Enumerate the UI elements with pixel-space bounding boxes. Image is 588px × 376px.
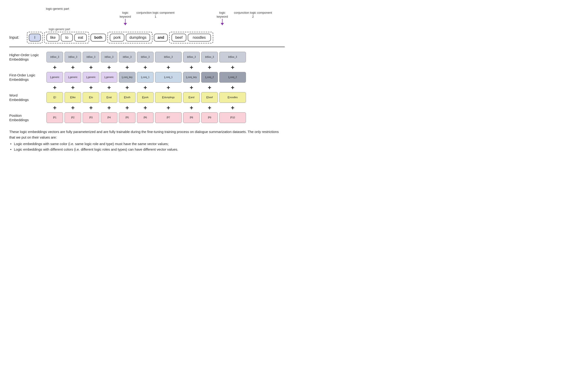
plus-6: + [137,64,154,71]
token-and: and [154,34,168,42]
token-beef: beef [171,34,186,42]
plus2-10: + [219,84,246,91]
logic-generic-bracket-label: logic-generic part [49,28,70,31]
foe-cell-2: Lgeneric [64,72,81,83]
token-pork: pork [110,34,124,42]
plus3-4: + [101,104,117,111]
plus3-9: + [201,104,218,111]
position-embed-label: PositionEmbeddings [9,113,46,122]
conj1-label: conjunction logic component1 [136,11,175,19]
token-to: to [61,34,73,42]
we-cell-10: Enoodles [219,92,246,103]
token-dumplings: dumplings [126,34,150,42]
plus2-9: + [201,84,218,91]
foe-cell-4: Lgeneric [101,72,117,83]
hoe-cell-9: HSoc_3 [201,52,218,63]
plus2-2: + [64,84,81,91]
hoe-cell-10: HSoc_3 [219,52,246,63]
pe-cell-10: P10 [219,112,246,123]
foe-cell-5: Lconj_key [119,72,136,83]
hoe-cell-6: HSoc_3 [137,52,154,63]
plus-3: + [83,64,99,71]
pe-cell-8: P8 [183,112,200,123]
plus-4: + [101,64,117,71]
higher-order-label: Higher-Order LogicEmbeddings [9,53,46,62]
pe-cell-7: P7 [155,112,182,123]
we-cell-6: Epork [137,92,154,103]
plus3-2: + [64,104,81,111]
plus3-8: + [183,104,200,111]
logic-generic-label: logic-generic part [46,7,69,11]
plus3-10: + [219,104,246,111]
we-cell-2: Elike [64,92,81,103]
foe-cell-6: Lconj_1 [137,72,154,83]
hoe-cell-5: HSoc_3 [119,52,136,63]
token-like: like [46,34,59,42]
we-cell-8: Eand [183,92,200,103]
plus-2: + [64,64,81,71]
bullet-1: Logic embeddings with same color (i.e. s… [9,141,283,147]
first-order-label: First-Order LogicEmbeddings [9,73,46,82]
plus2-1: + [46,84,63,91]
plus2-7: + [155,84,182,91]
token-eat: eat [74,34,87,42]
plus-1: + [46,64,63,71]
bullet-2: Logic embeddings with different colors (… [9,147,283,152]
logic-keyword-label-1: logickeyword [120,11,131,19]
description-paragraph: These logic embeddings vectors are fully… [9,129,283,140]
we-cell-7: Edumplings [155,92,182,103]
pe-cell-2: P2 [64,112,81,123]
hoe-cell-3: HSoc_3 [83,52,99,63]
input-label: Input: [9,35,26,40]
pe-cell-1: P1 [46,112,63,123]
plus3-5: + [119,104,136,111]
token-both: both [91,34,106,42]
plus2-4: + [101,84,117,91]
description-text: These logic embeddings vectors are fully… [9,129,283,152]
pe-cell-4: P4 [101,112,117,123]
plus-row-2: + + + + + + + + + + [9,84,285,91]
foe-cell-9: Lconj_2 [201,72,218,83]
we-cell-9: Ebeef [201,92,218,103]
plus-8: + [183,64,200,71]
plus-7: + [155,64,182,71]
hoe-cell-4: HSoc_3 [101,52,117,63]
foe-cell-10: Lconj_2 [219,72,246,83]
token-I: I [29,34,41,42]
first-order-row: First-Order LogicEmbeddings Lgeneric Lge… [9,72,285,83]
plus2-5: + [119,84,136,91]
plus3-3: + [83,104,99,111]
plus2-8: + [183,84,200,91]
pe-cell-3: P3 [83,112,99,123]
higher-order-row: Higher-Order LogicEmbeddings HSoc_3 HSoc… [9,52,285,63]
we-cell-1: EI [46,92,63,103]
hoe-cell-1: HSoc_3 [46,52,63,63]
we-cell-4: Eeat [101,92,117,103]
hoe-cell-2: HSoc_3 [64,52,81,63]
pe-cell-9: P9 [201,112,218,123]
word-embed-row: WordEmbeddings EI Elike Eto Eeat Eboth E… [9,92,285,103]
plus-5: + [119,64,136,71]
plus-row-1: + + + + + + + + + + [9,64,285,71]
foe-cell-3: Lgeneric [83,72,99,83]
pe-cell-6: P6 [137,112,154,123]
plus2-3: + [83,84,99,91]
plus3-7: + [155,104,182,111]
foe-cell-7: Lconj_1 [155,72,182,83]
plus-9: + [201,64,218,71]
pe-cell-5: P5 [119,112,136,123]
we-cell-3: Eto [83,92,99,103]
word-embed-label: WordEmbeddings [9,93,46,102]
foe-cell-8: Lconj_key [183,72,200,83]
position-embed-row: PositionEmbeddings P1 P2 P3 P4 P5 P6 P7 … [9,112,285,123]
plus3-6: + [137,104,154,111]
hoe-cell-8: HSoc_3 [183,52,200,63]
token-noodles: noodles [188,34,211,42]
conj2-label: conjunction logic component2 [234,11,272,19]
hoe-cell-7: HSoc_3 [155,52,182,63]
plus-10: + [219,64,246,71]
logic-keyword-label-2: logickeyword [217,11,228,19]
plus2-6: + [137,84,154,91]
plus-row-3: + + + + + + + + + + [9,104,285,111]
we-cell-5: Eboth [119,92,136,103]
